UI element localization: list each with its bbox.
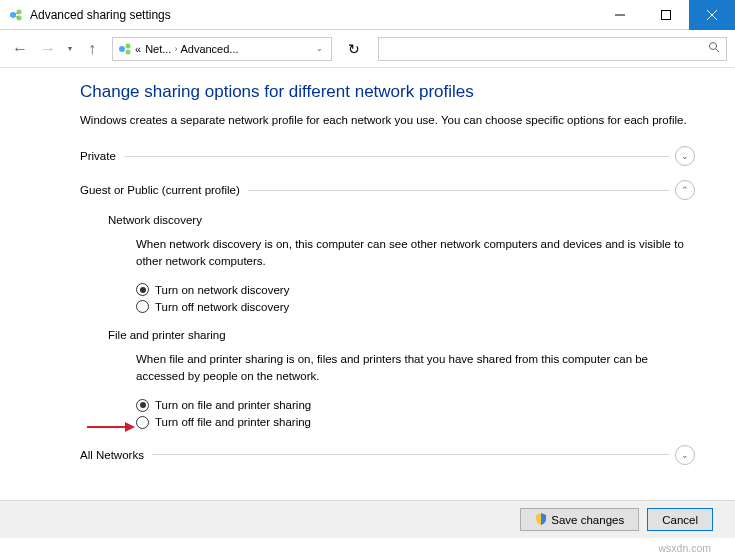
breadcrumb-item[interactable]: Advanced... (180, 43, 238, 55)
divider (248, 190, 669, 191)
svg-point-12 (710, 43, 717, 50)
minimize-button[interactable] (597, 0, 643, 30)
divider (124, 156, 669, 157)
back-button[interactable]: ← (8, 37, 32, 61)
radio-label: Turn off network discovery (155, 301, 289, 313)
subsection-description: When file and printer sharing is on, fil… (136, 351, 695, 384)
radio-discovery-off[interactable]: Turn off network discovery (136, 300, 695, 313)
refresh-button[interactable]: ↻ (342, 37, 366, 61)
shield-icon (535, 513, 547, 527)
breadcrumb-prefix: « (135, 43, 141, 55)
app-icon (8, 7, 24, 23)
button-label: Cancel (662, 514, 698, 526)
svg-point-10 (126, 43, 131, 48)
radio-fileprint-off[interactable]: Turn off file and printer sharing (136, 416, 695, 429)
breadcrumb-item[interactable]: Net... (145, 43, 171, 55)
breadcrumb-separator: › (174, 44, 177, 54)
divider (152, 454, 669, 455)
button-label: Save changes (551, 514, 624, 526)
svg-point-1 (17, 9, 22, 14)
watermark: wsxdn.com (658, 542, 711, 554)
svg-point-9 (119, 46, 125, 52)
chevron-up-icon[interactable]: ⌃ (675, 180, 695, 200)
subsection-file-printer-sharing: File and printer sharing When file and p… (108, 329, 695, 428)
radio-label: Turn on file and printer sharing (155, 399, 311, 411)
section-title: Private (80, 150, 124, 162)
section-title: Guest or Public (current profile) (80, 184, 248, 196)
svg-rect-6 (662, 10, 671, 19)
close-button[interactable] (689, 0, 735, 30)
titlebar: Advanced sharing settings (0, 0, 735, 30)
search-icon (708, 41, 720, 56)
subsection-title: Network discovery (108, 214, 695, 226)
subsection-title: File and printer sharing (108, 329, 695, 341)
svg-point-2 (17, 15, 22, 20)
svg-point-0 (10, 12, 16, 18)
radio-discovery-on[interactable]: Turn on network discovery (136, 283, 695, 296)
section-guest-public[interactable]: Guest or Public (current profile) ⌃ (80, 180, 695, 200)
subsection-description: When network discovery is on, this compu… (136, 236, 695, 269)
window-controls (597, 0, 735, 30)
maximize-button[interactable] (643, 0, 689, 30)
radio-fileprint-on[interactable]: Turn on file and printer sharing (136, 399, 695, 412)
forward-button[interactable]: → (36, 37, 60, 61)
page-title: Change sharing options for different net… (80, 82, 695, 102)
subsection-network-discovery: Network discovery When network discovery… (108, 214, 695, 313)
network-icon (117, 41, 133, 57)
chevron-down-icon[interactable]: ⌄ (675, 445, 695, 465)
cancel-button[interactable]: Cancel (647, 508, 713, 531)
content-area: Change sharing options for different net… (0, 68, 735, 502)
breadcrumb-dropdown[interactable]: ⌄ (312, 44, 327, 53)
svg-point-11 (126, 49, 131, 54)
radio-icon (136, 399, 149, 412)
svg-line-13 (716, 49, 720, 53)
radio-group-fileprint: Turn on file and printer sharing Turn of… (136, 399, 695, 429)
window-title: Advanced sharing settings (30, 8, 597, 22)
section-all-networks[interactable]: All Networks ⌄ (80, 445, 695, 465)
section-private[interactable]: Private ⌄ (80, 146, 695, 166)
radio-icon (136, 416, 149, 429)
chevron-down-icon[interactable]: ⌄ (675, 146, 695, 166)
up-button[interactable]: ↑ (80, 37, 104, 61)
radio-icon (136, 283, 149, 296)
radio-label: Turn on network discovery (155, 284, 289, 296)
navigation-bar: ← → ▾ ↑ « Net... › Advanced... ⌄ ↻ (0, 30, 735, 68)
section-title: All Networks (80, 449, 152, 461)
radio-group-discovery: Turn on network discovery Turn off netwo… (136, 283, 695, 313)
search-input[interactable] (378, 37, 727, 61)
page-description: Windows creates a separate network profi… (80, 112, 695, 128)
history-dropdown[interactable]: ▾ (64, 44, 76, 53)
radio-icon (136, 300, 149, 313)
radio-label: Turn off file and printer sharing (155, 416, 311, 428)
save-changes-button[interactable]: Save changes (520, 508, 639, 531)
footer-bar: Save changes Cancel (0, 500, 735, 538)
breadcrumb[interactable]: « Net... › Advanced... ⌄ (112, 37, 332, 61)
